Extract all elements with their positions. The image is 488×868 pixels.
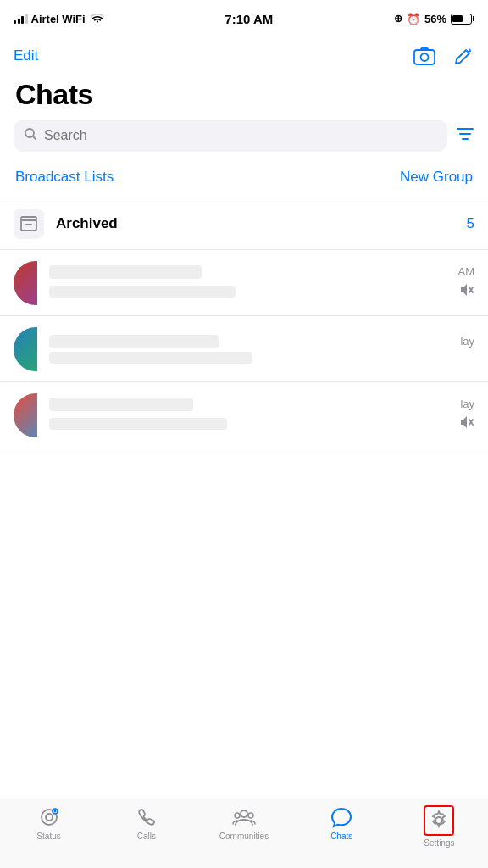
status-right: ⊕ ⏰ 56% xyxy=(394,13,474,25)
tab-chats-label: Chats xyxy=(330,832,352,841)
camera-button[interactable] xyxy=(413,45,435,67)
alarm-icon: ⏰ xyxy=(407,13,420,25)
actions-row: Broadcast Lists New Group xyxy=(0,162,488,198)
svg-rect-7 xyxy=(21,217,36,220)
status-bar: Airtel WiFi 7:10 AM ⊕ ⏰ 56% xyxy=(0,0,488,37)
settings-tab-icon xyxy=(427,809,451,832)
page-title: Chats xyxy=(0,75,488,120)
chat-preview xyxy=(49,286,236,298)
tab-chats[interactable]: Chats xyxy=(293,805,391,841)
tab-calls-label: Calls xyxy=(137,832,156,841)
tab-settings[interactable]: Settings xyxy=(391,805,488,848)
archived-count: 5 xyxy=(467,215,474,232)
svg-point-15 xyxy=(53,810,56,813)
tab-status[interactable]: Status xyxy=(0,805,97,841)
chat-content: lay xyxy=(49,335,474,364)
chat-name xyxy=(49,335,219,348)
tab-communities-label: Communities xyxy=(219,832,269,841)
status-left: Airtel WiFi xyxy=(14,13,104,25)
chat-item[interactable]: AM xyxy=(0,250,488,316)
nav-bar: Edit xyxy=(0,37,488,75)
chat-item[interactable]: lay xyxy=(0,382,488,448)
svg-point-1 xyxy=(421,53,429,61)
nav-left: Edit xyxy=(14,47,38,64)
chat-time: lay xyxy=(460,398,474,410)
status-tab-icon xyxy=(37,805,61,829)
chat-name xyxy=(49,398,193,411)
avatar xyxy=(14,327,37,371)
chat-item[interactable]: lay xyxy=(0,316,488,382)
edit-button[interactable]: Edit xyxy=(14,47,38,64)
settings-highlight xyxy=(424,805,454,836)
calls-tab-icon xyxy=(135,805,158,829)
status-time: 7:10 AM xyxy=(225,12,273,26)
communities-tab-icon xyxy=(232,805,256,829)
svg-point-18 xyxy=(248,813,253,818)
svg-rect-0 xyxy=(414,50,435,64)
chat-preview xyxy=(49,352,252,364)
chat-time: AM xyxy=(458,265,475,278)
battery-icon xyxy=(451,14,474,25)
archived-row[interactable]: Archived 5 xyxy=(0,198,488,250)
new-group-link[interactable]: New Group xyxy=(400,169,473,186)
search-icon xyxy=(24,127,37,144)
filter-icon[interactable] xyxy=(456,126,474,146)
chats-tab-icon xyxy=(330,805,353,829)
chat-name xyxy=(49,265,202,279)
tab-status-label: Status xyxy=(36,832,60,841)
tab-bar: Status Calls Communities xyxy=(0,798,488,868)
search-bar[interactable] xyxy=(14,120,447,152)
chat-content: AM xyxy=(49,265,474,301)
svg-point-16 xyxy=(241,810,247,817)
tab-settings-label: Settings xyxy=(424,838,454,848)
location-icon: ⊕ xyxy=(394,13,402,25)
carrier-label: Airtel WiFi xyxy=(31,13,86,25)
avatar xyxy=(14,261,37,305)
tab-communities[interactable]: Communities xyxy=(195,805,292,841)
mute-icon xyxy=(459,282,474,301)
signal-bars xyxy=(14,14,28,24)
chat-time: lay xyxy=(460,335,474,348)
broadcast-lists-link[interactable]: Broadcast Lists xyxy=(15,169,114,186)
battery-percent: 56% xyxy=(424,13,446,25)
svg-point-17 xyxy=(235,813,240,818)
tab-calls[interactable]: Calls xyxy=(97,805,195,841)
archive-icon xyxy=(14,209,44,239)
chat-preview xyxy=(49,418,227,430)
wifi-icon xyxy=(91,13,104,25)
search-input[interactable] xyxy=(44,128,437,143)
nav-right xyxy=(413,45,474,67)
mute-icon xyxy=(459,415,474,433)
compose-button[interactable] xyxy=(452,45,474,67)
search-container xyxy=(0,120,488,162)
avatar xyxy=(14,393,37,437)
archived-label: Archived xyxy=(56,215,467,232)
chat-content: lay xyxy=(49,398,474,433)
svg-point-13 xyxy=(46,814,53,821)
